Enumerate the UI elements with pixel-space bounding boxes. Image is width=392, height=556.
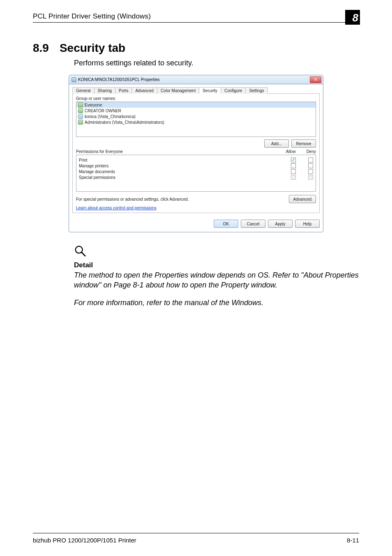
close-button[interactable]: ✕ [310, 76, 321, 83]
permission-name: Manage documents [79, 169, 115, 174]
tab-strip: General Sharing Ports Advanced Color Man… [72, 87, 320, 94]
list-item-label: Everyone [85, 103, 102, 107]
deny-checkbox[interactable] [308, 158, 313, 162]
tab-sharing[interactable]: Sharing [94, 87, 115, 94]
page-footer: bizhub PRO 1200/1200P/1051 Printer 8-11 [33, 533, 359, 544]
chapter-number: 8 [353, 12, 358, 24]
list-item[interactable]: Everyone [76, 102, 316, 108]
group-icon [78, 102, 83, 107]
learn-link[interactable]: Learn about access control and permissio… [76, 206, 157, 210]
tab-advanced[interactable]: Advanced [131, 87, 157, 94]
tab-configure[interactable]: Configure [221, 87, 246, 94]
tab-color-management[interactable]: Color Management [157, 87, 199, 94]
deny-column-header: Deny [307, 149, 316, 154]
page-header-title: PCL Printer Driver Setting (Windows) [33, 12, 151, 21]
allow-checkbox[interactable] [291, 158, 296, 162]
list-item-label: CREATOR OWNER [85, 109, 121, 113]
tab-general[interactable]: General [72, 87, 95, 94]
tab-settings[interactable]: Settings [245, 87, 267, 94]
permission-row: Manage printers [79, 163, 313, 168]
permissions-for-label: Permissions for Everyone [76, 149, 123, 154]
tab-ports[interactable]: Ports [115, 87, 132, 94]
permission-row: Print [79, 158, 313, 162]
security-tab-pane: Group or user names: Everyone CREATOR OW… [72, 94, 320, 213]
properties-dialog: KONICA MINOLTA1200/1051PCL Properties ✕ … [69, 75, 323, 232]
deny-checkbox[interactable] [308, 169, 313, 174]
footer-left: bizhub PRO 1200/1200P/1051 Printer [33, 537, 136, 544]
detail-paragraph-1: The method to open the Properties window… [74, 270, 359, 290]
detail-heading: Detail [74, 261, 359, 269]
svg-line-1 [82, 253, 85, 256]
help-button[interactable]: Help [295, 220, 320, 228]
permission-row: Manage documents [79, 169, 313, 174]
list-item[interactable]: konica (Vista_China\konica) [76, 114, 316, 119]
permission-name: Manage printers [79, 164, 108, 168]
user-icon [78, 114, 83, 119]
list-item[interactable]: CREATOR OWNER [76, 108, 316, 114]
advanced-text: For special permissions or advanced sett… [76, 197, 189, 202]
group-icon [78, 108, 83, 113]
printer-icon [71, 77, 76, 82]
groups-listbox[interactable]: Everyone CREATOR OWNER konica (Vista_Chi… [76, 102, 316, 137]
dialog-title: KONICA MINOLTA1200/1051PCL Properties [78, 77, 159, 82]
allow-checkbox[interactable] [291, 169, 296, 174]
tab-security[interactable]: Security [199, 87, 221, 94]
advanced-button[interactable]: Advanced [289, 195, 316, 203]
apply-button[interactable]: Apply [268, 220, 293, 228]
permission-row: Special permissions [79, 175, 313, 180]
dialog-footer: OK Cancel Apply Help [69, 216, 323, 232]
ok-button[interactable]: OK [214, 220, 238, 228]
list-item-label: konica (Vista_China\konica) [85, 114, 136, 119]
section-description: Performs settings related to security. [74, 59, 359, 67]
add-button[interactable]: Add... [264, 139, 289, 148]
allow-column-header: Allow [286, 149, 296, 154]
deny-checkbox [308, 175, 313, 180]
allow-checkbox [291, 175, 296, 180]
close-icon: ✕ [314, 78, 317, 82]
group-icon [78, 120, 83, 125]
list-item[interactable]: Administrators (Vista_China\Administrato… [76, 119, 316, 125]
groups-label: Group or user names: [76, 96, 316, 101]
cancel-button[interactable]: Cancel [241, 220, 265, 228]
permissions-listbox: Print Manage printers [76, 155, 316, 192]
footer-right: 8-11 [347, 537, 359, 544]
section-number: 8.9 [33, 42, 49, 55]
properties-dialog-figure: KONICA MINOLTA1200/1051PCL Properties ✕ … [69, 75, 323, 232]
section-title: Security tab [60, 42, 125, 55]
dialog-titlebar[interactable]: KONICA MINOLTA1200/1051PCL Properties ✕ [69, 75, 323, 84]
permission-name: Special permissions [79, 175, 115, 180]
deny-checkbox[interactable] [308, 163, 313, 168]
permission-name: Print [79, 158, 88, 162]
magnifier-icon [74, 245, 359, 259]
allow-checkbox[interactable] [291, 163, 296, 168]
page-header: PCL Printer Driver Setting (Windows) 8 [33, 12, 359, 23]
remove-button[interactable]: Remove [291, 139, 316, 148]
list-item-label: Administrators (Vista_China\Administrato… [85, 120, 164, 125]
detail-paragraph-2: For more information, refer to the manua… [74, 299, 359, 307]
